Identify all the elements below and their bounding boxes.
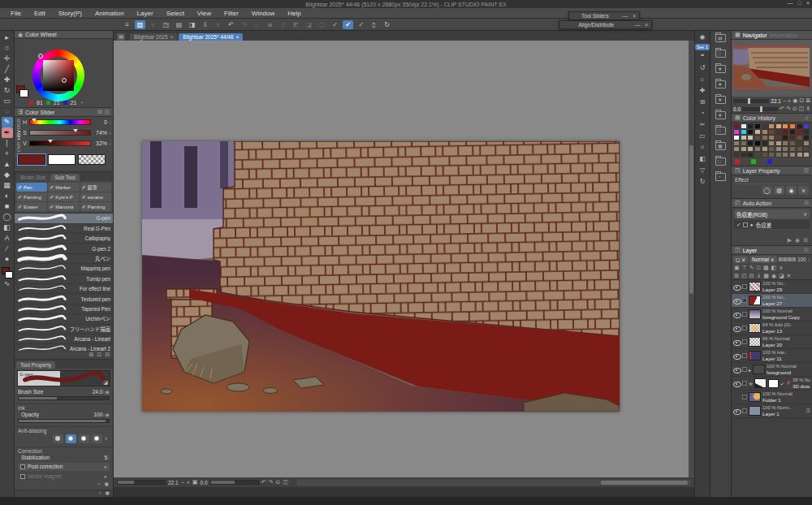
slider-extra-icons[interactable]: ▤ ▥	[97, 109, 110, 115]
layer-select-checkbox[interactable]	[742, 312, 747, 317]
color-swatch[interactable]	[775, 123, 782, 129]
tone-pattern-icon[interactable]: ∿	[2, 278, 13, 289]
color-swatch[interactable]	[803, 152, 810, 158]
wheel-mode-icon[interactable]: ◔	[80, 100, 83, 106]
s-spinner[interactable]: ↕	[109, 131, 111, 136]
rotate-reset-icon[interactable]: ⊙	[793, 106, 797, 112]
color-swatch[interactable]	[733, 140, 740, 146]
color-swatch[interactable]	[733, 135, 740, 140]
toolbar-icon[interactable]: ◩	[291, 20, 301, 29]
blend-mode-select[interactable]: Normal ∨	[749, 256, 777, 263]
effect-icon[interactable]: ▨	[774, 186, 784, 195]
menu-item[interactable]: File	[5, 9, 27, 18]
color-swatch[interactable]	[775, 152, 782, 158]
zoom-100-icon[interactable]: ⊡	[799, 97, 804, 104]
toolbar-icon[interactable]: ☼	[252, 20, 262, 29]
quick-icon[interactable]: ◧	[697, 154, 709, 164]
tool-sliders-panel[interactable]: Tool Sliders — ×	[568, 11, 640, 20]
vector-magnet-bar[interactable]: Vector magnet▸	[18, 473, 110, 481]
layer-select-checkbox[interactable]	[742, 408, 747, 413]
tool-icon[interactable]: ◯	[2, 212, 13, 222]
tool-icon[interactable]: ▭	[2, 96, 13, 106]
layer-option-icon[interactable]: ∨	[779, 265, 783, 271]
color-swatch[interactable]	[797, 135, 803, 140]
color-swatch[interactable]	[789, 129, 796, 135]
tab-brush-size[interactable]: Brush Size	[16, 174, 50, 181]
navigator-tab[interactable]: Navigator	[743, 32, 767, 38]
tab-close-icon[interactable]: ×	[171, 34, 174, 40]
toolbar-icon[interactable]: ✔	[343, 20, 353, 29]
brush-item[interactable]: G-pen 2	[15, 244, 113, 253]
layer-command-icon[interactable]: ⊞	[734, 273, 739, 279]
layer-row[interactable]: 100 % Norm.. Layer 1 ⚿	[732, 404, 812, 418]
canvas-artwork[interactable]	[142, 141, 620, 412]
canvas-area[interactable]	[114, 41, 694, 477]
v-spinner[interactable]: ↕	[109, 141, 111, 146]
color-swatch[interactable]	[782, 146, 788, 152]
toolbar-icon[interactable]: ✓	[356, 20, 366, 29]
zoom-fit-icon[interactable]: ◉	[793, 97, 797, 104]
layer-mask-thumbnail[interactable]	[768, 379, 779, 388]
layer-command-icon[interactable]: ◉	[771, 273, 776, 279]
color-swatch[interactable]	[775, 146, 782, 152]
tool-icon[interactable]: ✚	[2, 75, 13, 85]
tool-icon[interactable]: ■	[2, 201, 13, 212]
color-swatch[interactable]	[768, 140, 775, 146]
toolbar-icon[interactable]: ∨	[213, 20, 223, 29]
color-swatch[interactable]	[733, 123, 740, 129]
material-folder-icon[interactable]: ◔	[715, 173, 726, 181]
layer-row[interactable]: 100 % Har.. Layer 11 ⚿	[732, 349, 812, 363]
toolbar-icon[interactable]: ∨	[148, 20, 158, 29]
layer-option-icon[interactable]: ▩	[763, 265, 769, 271]
menu-item[interactable]: Select	[161, 9, 190, 18]
brush-item[interactable]: Tapered Pen	[15, 304, 113, 314]
wheel-bg[interactable]	[19, 89, 28, 97]
color-swatch[interactable]	[754, 129, 761, 135]
layer-row[interactable]: 100 % No.. Layer 27 ⚿	[732, 294, 812, 308]
layer-thumbnail[interactable]	[749, 351, 761, 360]
visibility-eye-icon[interactable]	[733, 352, 741, 360]
sub-tool-button[interactable]: ✐Marker	[48, 183, 79, 192]
color-swatch[interactable]	[741, 152, 747, 158]
tool-sliders-close-icon[interactable]: ×	[633, 13, 636, 19]
color-swatch[interactable]	[747, 146, 754, 152]
toolbar-icon[interactable]: ▯	[369, 20, 379, 29]
quick-icon[interactable]: ❝	[697, 52, 709, 62]
material-folder-icon[interactable]: ★	[715, 96, 726, 104]
layer-thumbnail[interactable]	[753, 365, 765, 374]
color-swatch[interactable]	[782, 140, 788, 146]
layer-row[interactable]: 100 % Normal Folder 1 ⚿	[732, 391, 812, 404]
brush-foot-icon[interactable]: ⊡	[97, 352, 102, 358]
quick-icon[interactable]: ✂	[697, 120, 709, 130]
layer-thumbnail[interactable]	[749, 337, 761, 347]
auto-action-item[interactable]: ✓ ▸ 色収差	[734, 220, 810, 229]
layer-type-select[interactable]: ◻ ∨	[733, 256, 748, 263]
aa-strong-button[interactable]	[92, 434, 102, 443]
color-swatch[interactable]	[782, 129, 788, 135]
tab-close-icon[interactable]: ×	[236, 34, 240, 40]
color-swatch[interactable]	[797, 140, 803, 146]
sb-rot-left-icon[interactable]: ↶	[261, 479, 266, 486]
layer-command-icon[interactable]: ◰	[741, 273, 747, 279]
color-swatch[interactable]	[803, 140, 810, 146]
h-spinner[interactable]: ↕	[109, 120, 111, 125]
sv-square[interactable]	[43, 60, 74, 91]
layer-select-checkbox[interactable]	[742, 284, 747, 289]
document-tab[interactable]: Blightsar 2025×	[130, 33, 177, 41]
layer-row[interactable]: 100 % Normal foreground Copy ⚿	[732, 308, 812, 322]
menu-item[interactable]: Window	[246, 9, 280, 18]
aa-middle-button[interactable]	[79, 434, 89, 443]
tool-icon[interactable]: ◌	[2, 106, 13, 117]
page-icon[interactable]: ▤	[117, 33, 125, 41]
color-swatch[interactable]	[762, 129, 768, 135]
aa-dropdown-icon[interactable]: ∨	[105, 434, 108, 443]
brush-item[interactable]: フリーハンド描画	[15, 325, 113, 335]
sub-tool-button[interactable]: ✐Eraser	[16, 202, 47, 211]
tool-icon[interactable]: ▦	[2, 180, 13, 191]
color-swatch[interactable]	[762, 140, 768, 146]
color-swatch[interactable]	[733, 129, 740, 135]
tool-icon[interactable]: ∕	[2, 244, 13, 254]
rotation-slider[interactable]	[210, 480, 259, 485]
folder-expand-icon[interactable]: ▸	[749, 367, 751, 373]
tool-icon[interactable]: ▲	[2, 159, 13, 170]
